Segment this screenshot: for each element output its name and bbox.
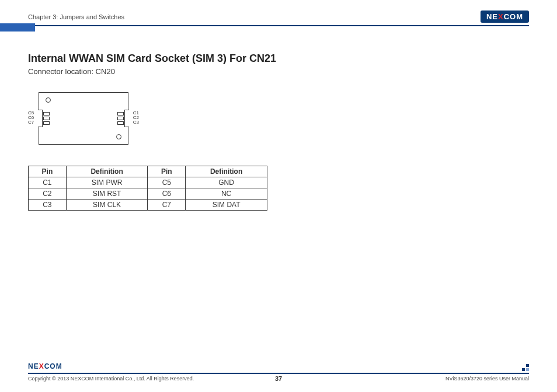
hole-bottom-right — [116, 134, 121, 139]
copyright-text: Copyright © 2013 NEXCOM International Co… — [28, 376, 194, 382]
section-subtitle: Connector location: CN20 — [28, 67, 529, 76]
chapter-title: Chapter 3: Jumpers and Switches — [28, 13, 124, 20]
footer-logo: NEXCOM — [28, 362, 62, 370]
pin-label: C3 — [133, 120, 139, 125]
col-definition: Definition — [186, 166, 267, 177]
logo-part-x: X — [498, 12, 504, 21]
hole-top-left — [46, 97, 51, 103]
pin-label: C7 — [28, 120, 34, 125]
table-row: C3 SIM CLK C7 SIM DAT — [29, 200, 267, 211]
pad-c6 — [43, 117, 50, 120]
logo-part-left: NE — [486, 12, 498, 21]
page-footer: NEXCOM Copyright © 2013 NEXCOM Internati… — [28, 373, 529, 382]
nexcom-logo: NEXCOM — [481, 10, 529, 23]
manual-name: NViS3620/3720 series User Manual — [445, 376, 529, 382]
page-header: Chapter 3: Jumpers and Switches NEXCOM — [28, 10, 529, 26]
pad-c7 — [43, 121, 50, 125]
col-definition: Definition — [66, 166, 148, 177]
header-accent-bar — [0, 23, 35, 32]
pad-c5 — [43, 112, 50, 116]
footer-ornament — [521, 364, 529, 372]
pad-c3 — [117, 121, 124, 125]
connector-diagram: C5 C6 C7 C1 C2 C3 — [28, 92, 139, 145]
content-area: Internal WWAN SIM Card Socket (SIM 3) Fo… — [28, 52, 529, 211]
table-row: C2 SIM RST C6 NC — [29, 188, 267, 200]
logo-part-right: COM — [504, 12, 523, 21]
pin-definition-table: Pin Definition Pin Definition C1 SIM PWR… — [28, 166, 267, 211]
table-row: C1 SIM PWR C5 GND — [29, 177, 267, 188]
section-title: Internal WWAN SIM Card Socket (SIM 3) Fo… — [28, 52, 529, 65]
table-header-row: Pin Definition Pin Definition — [29, 166, 267, 177]
sim-outline — [39, 92, 128, 145]
col-pin: Pin — [148, 166, 186, 177]
pad-c2 — [117, 117, 124, 120]
page-number: 37 — [275, 375, 282, 382]
col-pin: Pin — [29, 166, 67, 177]
pad-c1 — [117, 112, 124, 116]
